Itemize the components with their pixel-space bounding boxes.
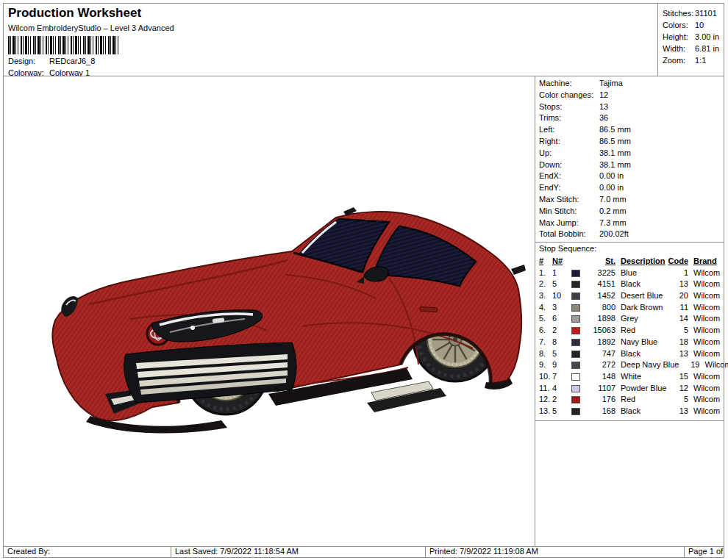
stitch-count: 1892 [583, 337, 615, 346]
machine-detail-row-label: Stops: [539, 101, 599, 113]
machine-detail-row-value: 7.0 mm [599, 194, 627, 206]
header-band: Production Worksheet Wilcom EmbroiderySt… [4, 4, 724, 76]
machine-detail-row-value: 86.5 mm [599, 136, 631, 148]
stop-number: 13. [539, 406, 552, 415]
machine-detail-row: Up:38.1 mm [539, 148, 724, 159]
design-row: Design: REDcarJ6_8 [8, 57, 95, 65]
thread-description: Red [615, 395, 668, 403]
thread-description: Powder Blue [615, 384, 668, 392]
swatch-cell [570, 337, 583, 346]
thread-code: 11 [668, 303, 688, 312]
swatch-cell [570, 268, 583, 277]
thread-code: 13 [668, 279, 688, 288]
thread-color-swatch [571, 304, 580, 312]
stop-sequence-row: 3.101452Desert Blue20Wilcom [539, 290, 724, 301]
summary-row: Stitches:31101 [663, 8, 724, 20]
thread-code: 18 [668, 337, 688, 346]
machine-detail-row: Min Stitch:0.2 mm [539, 206, 724, 218]
design-canvas [4, 76, 535, 546]
needle-number: 5 [552, 406, 570, 415]
thread-color-swatch [571, 373, 580, 381]
design-label: Design: [8, 57, 49, 65]
stop-sequence-section: Stop Sequence: #N#St.DescriptionCodeBran… [535, 243, 724, 421]
machine-detail-row-label: EndY: [539, 182, 599, 194]
machine-detail-row-label: Machine: [539, 78, 599, 90]
stop-number: 1. [539, 268, 552, 277]
stop-sequence-row: 2.54151Black13Wilcom [539, 279, 724, 290]
thread-brand: Wilcom [688, 279, 722, 288]
machine-detail-row-value: 38.1 mm [599, 159, 631, 171]
stop-sequence-row: 8.5747Black13Wilcom [539, 348, 724, 359]
machine-detail-row-value: 200.02ft [599, 229, 629, 240]
thread-brand: Wilcom [688, 395, 722, 403]
needle-number: 5 [552, 279, 570, 288]
machine-detail-row-value: 13 [599, 101, 608, 113]
thread-code: 5 [668, 395, 688, 403]
thread-brand: Wilcom [688, 268, 722, 277]
machine-detail-row: Machine:Tajima [539, 78, 724, 90]
thread-description: Black [615, 349, 668, 358]
needle-number: 2 [552, 395, 570, 403]
stitch-count: 176 [583, 395, 615, 403]
machine-detail-row-value: 7.3 mm [599, 218, 627, 229]
stop-sequence-title: Stop Sequence: [539, 243, 724, 255]
stop-sequence-row: 10.7148White15Wilcom [539, 370, 724, 382]
header-info: Production Worksheet Wilcom EmbroiderySt… [4, 4, 658, 76]
summary-row: Zoom:1:1 [663, 55, 724, 67]
thread-brand: Wilcom [688, 337, 722, 346]
machine-detail-row-value: 38.1 mm [599, 148, 631, 159]
thread-color-swatch [571, 362, 580, 369]
worksheet-page: Production Worksheet Wilcom EmbroiderySt… [3, 3, 724, 558]
thread-description: Black [615, 279, 668, 288]
machine-detail-row-label: Color changes: [539, 90, 599, 101]
machine-detail-row-label: Trims: [539, 112, 599, 124]
machine-detail-row-value: 86.5 mm [599, 124, 631, 136]
stop-sequence-row: 1.13225Blue1Wilcom [539, 267, 724, 279]
stop-sequence-row: 4.3800Dark Brown11Wilcom [539, 301, 724, 313]
summary-list: Stitches:31101Colors:10Height:3.00 inWid… [663, 8, 724, 67]
thread-brand: Wilcom [688, 326, 722, 334]
thread-description: Black [615, 406, 668, 415]
needle-number: 6 [552, 314, 570, 323]
thread-description: Red [615, 326, 668, 334]
stops-header-cell: Description [615, 256, 668, 265]
stitch-count: 800 [583, 303, 615, 312]
stops-header-cell: # [539, 256, 552, 265]
summary-row: Height:3.00 in [663, 32, 724, 43]
stitch-count: 4151 [583, 279, 615, 288]
thread-brand: Wilcom [688, 349, 722, 358]
stop-number: 8. [539, 349, 552, 358]
design-value: REDcarJ6_8 [49, 57, 95, 65]
needle-number: 9 [552, 360, 570, 369]
stitch-count: 1107 [583, 384, 615, 392]
summary-row-value: 10 [695, 20, 704, 32]
stop-number: 2. [539, 279, 552, 288]
needle-number: 4 [552, 384, 570, 392]
stop-number: 6. [539, 326, 552, 334]
page-number-cell: Page 1 of 1 [685, 547, 724, 557]
stop-sequence-row: 5.61898Grey14Wilcom [539, 313, 724, 325]
thread-code: 13 [668, 406, 688, 415]
machine-detail-row: Right:86.5 mm [539, 136, 724, 148]
summary-row-value: 31101 [695, 8, 717, 20]
machine-detail-row: Stops:13 [539, 101, 724, 113]
thread-color-swatch [571, 351, 580, 358]
swatch-cell [570, 314, 583, 323]
machine-detail-row: Left:86.5 mm [539, 124, 724, 136]
machine-detail-row-value: 12 [599, 90, 608, 101]
summary-row-label: Height: [663, 32, 695, 43]
summary-row-label: Stitches: [663, 8, 695, 20]
machine-detail-row-value: 36 [599, 112, 608, 124]
thread-code: 14 [668, 314, 688, 323]
needle-number: 7 [552, 372, 570, 381]
machine-detail-row: Total Bobbin:200.02ft [539, 229, 724, 240]
thread-brand: Wilcom [688, 406, 722, 415]
swatch-cell [570, 372, 583, 381]
thread-code: 13 [668, 349, 688, 358]
stop-number: 9. [539, 360, 552, 369]
main-band: Machine:TajimaColor changes:12Stops:13Tr… [4, 76, 724, 547]
stop-number: 5. [539, 314, 552, 323]
swatch-cell [570, 395, 583, 403]
thread-description: Navy Blue [615, 337, 668, 346]
stitch-count: 747 [583, 349, 615, 358]
